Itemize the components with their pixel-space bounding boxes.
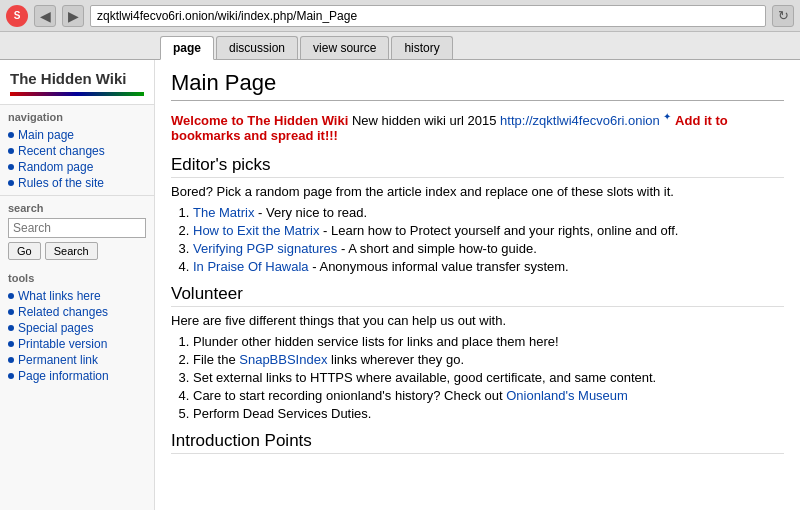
search-title: search — [8, 202, 146, 214]
tab-bar: page discussion view source history — [0, 32, 800, 60]
search-section: search Go Search — [0, 195, 154, 266]
bullet-icon — [8, 180, 14, 186]
list-item: How to Exit the Matrix - Learn how to Pr… — [193, 223, 784, 238]
editors-picks-intro: Bored? Pick a random page from the artic… — [171, 184, 784, 199]
matrix-link[interactable]: The Matrix — [193, 205, 254, 220]
navigation-section: navigation Main page Recent changes Rand… — [0, 105, 154, 195]
tab-page[interactable]: page — [160, 36, 214, 60]
go-button[interactable]: Go — [8, 242, 41, 260]
sidebar-item-main-page[interactable]: Main page — [8, 127, 146, 143]
external-link-icon: ✦ — [663, 111, 671, 122]
bullet-icon — [8, 341, 14, 347]
sidebar-item-related-changes[interactable]: Related changes — [8, 304, 146, 320]
search-buttons: Go Search — [8, 242, 146, 260]
volunteer-title: Volunteer — [171, 284, 784, 307]
volunteer-list: Plunder other hidden service lists for l… — [171, 334, 784, 421]
refresh-button[interactable]: ↻ — [772, 5, 794, 27]
tab-history[interactable]: history — [391, 36, 452, 59]
tools-section: tools What links here Related changes Sp… — [0, 266, 154, 388]
welcome-url-link[interactable]: http://zqktlwi4fecvo6ri.onion — [500, 113, 660, 128]
page-title: Main Page — [171, 70, 784, 101]
tools-title: tools — [8, 272, 146, 284]
forward-button[interactable]: ▶ — [62, 5, 84, 27]
editors-picks-title: Editor's picks — [171, 155, 784, 178]
onionland-museum-link[interactable]: Onionland's Museum — [506, 388, 628, 403]
sidebar-item-recent-changes[interactable]: Recent changes — [8, 143, 146, 159]
bullet-icon — [8, 373, 14, 379]
sidebar-item-permanent-link[interactable]: Permanent link — [8, 352, 146, 368]
logo-stripe — [10, 92, 144, 96]
search-button[interactable]: Search — [45, 242, 98, 260]
bullet-icon — [8, 325, 14, 331]
logo-text: The Hidden Wiki — [10, 70, 144, 88]
list-item: Verifying PGP signatures - A short and s… — [193, 241, 784, 256]
list-item: Perform Dead Services Duties. — [193, 406, 784, 421]
back-button[interactable]: ◀ — [34, 5, 56, 27]
bullet-icon — [8, 357, 14, 363]
content-area: Main Page Welcome to The Hidden Wiki New… — [155, 60, 800, 510]
tab-view-source[interactable]: view source — [300, 36, 389, 59]
browser-logo-icon: S — [6, 5, 28, 27]
main-layout: The Hidden Wiki navigation Main page Rec… — [0, 60, 800, 510]
sidebar-logo: The Hidden Wiki — [0, 60, 154, 105]
welcome-bold-text: Welcome to The Hidden Wiki — [171, 113, 348, 128]
hawala-link[interactable]: In Praise Of Hawala — [193, 259, 309, 274]
navigation-title: navigation — [8, 111, 146, 123]
sidebar-item-rules[interactable]: Rules of the site — [8, 175, 146, 191]
sidebar-item-random-page[interactable]: Random page — [8, 159, 146, 175]
snapbbs-link[interactable]: SnapBBSIndex — [239, 352, 327, 367]
list-item: File the SnapBBSIndex links wherever the… — [193, 352, 784, 367]
sidebar-item-printable-version[interactable]: Printable version — [8, 336, 146, 352]
list-item: Care to start recording onionland's hist… — [193, 388, 784, 403]
editors-picks-list: The Matrix - Very nice to read. How to E… — [171, 205, 784, 274]
intro-points-title: Introduction Points — [171, 431, 784, 454]
sidebar-item-special-pages[interactable]: Special pages — [8, 320, 146, 336]
volunteer-intro: Here are five different things that you … — [171, 313, 784, 328]
search-input[interactable] — [8, 218, 146, 238]
exit-matrix-link[interactable]: How to Exit the Matrix — [193, 223, 319, 238]
sidebar-item-what-links-here[interactable]: What links here — [8, 288, 146, 304]
list-item: The Matrix - Very nice to read. — [193, 205, 784, 220]
sidebar-item-page-information[interactable]: Page information — [8, 368, 146, 384]
address-bar[interactable] — [90, 5, 766, 27]
bullet-icon — [8, 148, 14, 154]
bullet-icon — [8, 309, 14, 315]
welcome-block: Welcome to The Hidden Wiki New hidden wi… — [171, 111, 784, 143]
list-item: In Praise Of Hawala - Anonymous informal… — [193, 259, 784, 274]
sidebar: The Hidden Wiki navigation Main page Rec… — [0, 60, 155, 510]
list-item: Set external links to HTTPS where availa… — [193, 370, 784, 385]
welcome-extra-text: New hidden wiki url 2015 — [352, 113, 500, 128]
browser-chrome: S ◀ ▶ ↻ — [0, 0, 800, 32]
tab-discussion[interactable]: discussion — [216, 36, 298, 59]
bullet-icon — [8, 164, 14, 170]
list-item: Plunder other hidden service lists for l… — [193, 334, 784, 349]
pgp-link[interactable]: Verifying PGP signatures — [193, 241, 337, 256]
bullet-icon — [8, 293, 14, 299]
bullet-icon — [8, 132, 14, 138]
